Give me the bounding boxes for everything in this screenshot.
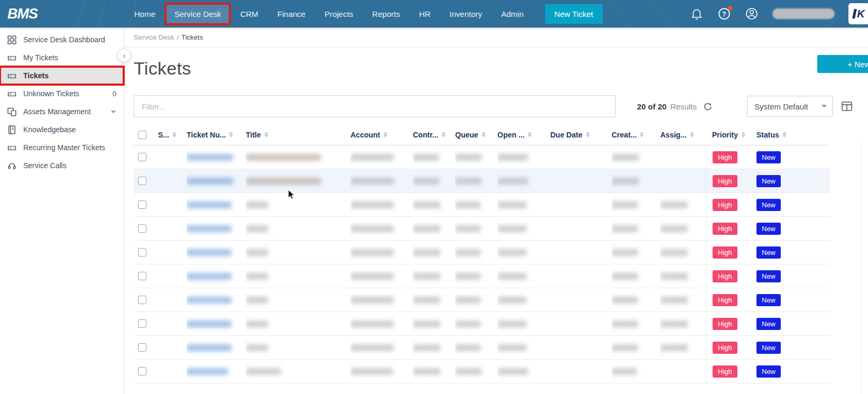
new-record-button[interactable]: + New: [817, 55, 868, 73]
title-cell: [246, 288, 350, 311]
sidebar-item-tickets[interactable]: Tickets: [0, 67, 124, 85]
sidebar-item-service-desk-dashboard[interactable]: Service Desk Dashboard: [0, 31, 124, 49]
row-checkbox[interactable]: [138, 367, 146, 375]
column-header-duedate[interactable]: Due Date: [550, 131, 612, 139]
queue-cell: [455, 193, 497, 216]
ticket-number-link[interactable]: [187, 241, 246, 264]
priority-cell: High: [706, 288, 753, 311]
assignee-cell: [660, 312, 706, 335]
ticket-number-link[interactable]: [187, 217, 246, 240]
ticket-number-link[interactable]: [187, 264, 246, 288]
row-checkbox-cell: [134, 145, 158, 169]
row-checkbox-cell: [134, 193, 158, 216]
status-cell: New: [753, 169, 802, 193]
row-filler: [802, 145, 830, 169]
row-checkbox[interactable]: [138, 319, 146, 328]
assignee-cell: [660, 193, 706, 216]
column-header-ticketnu[interactable]: Ticket Nu...: [187, 131, 246, 139]
nav-item-projects[interactable]: Projects: [317, 5, 361, 23]
username-redacted[interactable]: [772, 8, 835, 19]
column-header-contr[interactable]: Contr...: [413, 131, 455, 139]
redacted-text: [246, 368, 281, 375]
ticket-number-link[interactable]: [187, 360, 246, 383]
column-header-creat[interactable]: Creat...: [612, 131, 660, 139]
ticket-number-link[interactable]: [187, 145, 246, 169]
assignee-cell: [660, 241, 706, 264]
redacted-text: [413, 249, 440, 256]
contract-cell: [413, 360, 455, 383]
column-header-s[interactable]: S...: [158, 131, 187, 139]
redacted-text: [350, 178, 394, 185]
nav-item-inventory[interactable]: Inventory: [441, 5, 490, 23]
sidebar-item-label: Service Calls: [23, 161, 67, 170]
notifications-bell-icon[interactable]: [690, 7, 704, 21]
toolbar: 20 of 20 Results System Default: [134, 95, 868, 117]
view-selector-dropdown[interactable]: System Default: [747, 96, 833, 117]
breadcrumb: Service Desk / Tickets: [124, 28, 868, 48]
sidebar-item-unknown-tickets[interactable]: Unknown Tickets0: [0, 85, 124, 103]
sort-icon: [690, 132, 694, 138]
nav-item-home[interactable]: Home: [126, 5, 163, 23]
ticket-number-link[interactable]: [187, 193, 246, 216]
row-checkbox[interactable]: [138, 153, 146, 161]
row-checkbox[interactable]: [138, 296, 146, 304]
sort-icon: [741, 132, 745, 138]
breadcrumb-parent-link[interactable]: Service Desk: [134, 33, 174, 41]
status-badge: New: [756, 246, 781, 259]
sidebar-item-recurring-master-tickets[interactable]: Recurring Master Tickets: [0, 139, 124, 157]
refresh-icon[interactable]: [703, 102, 713, 111]
bms-logo: BMS: [0, 6, 125, 22]
filter-input[interactable]: [134, 95, 616, 117]
row-checkbox[interactable]: [138, 343, 146, 352]
redacted-text: [350, 297, 394, 304]
redacted-text: [455, 154, 482, 161]
sidebar-item-knowledgebase[interactable]: Knowledgebase: [0, 121, 124, 139]
sidebar-item-my-tickets[interactable]: My Tickets: [0, 49, 124, 67]
profile-avatar-icon[interactable]: [745, 7, 759, 21]
redacted-text: [612, 273, 638, 280]
column-label: Priority: [712, 131, 738, 139]
due-date-cell: [550, 336, 612, 359]
header-checkbox-cell: [134, 131, 158, 139]
column-header-status[interactable]: Status: [753, 131, 802, 139]
nav-item-hr[interactable]: HR: [411, 5, 439, 23]
ticket-row: HighNew: [134, 193, 830, 217]
row-checkbox[interactable]: [138, 177, 146, 185]
column-header-priority[interactable]: Priority: [706, 131, 753, 139]
ticket-number-link[interactable]: [187, 288, 246, 311]
column-header-account[interactable]: Account: [350, 131, 413, 139]
sidebar-item-service-calls[interactable]: Service Calls: [0, 157, 124, 175]
select-all-checkbox[interactable]: [138, 131, 146, 139]
kaseya-logo: K: [848, 3, 868, 24]
help-icon[interactable]: ?: [717, 7, 731, 21]
column-settings-icon[interactable]: [841, 100, 853, 113]
priority-cell: High: [706, 169, 753, 193]
nav-item-admin[interactable]: Admin: [493, 5, 532, 23]
row-checkbox[interactable]: [138, 248, 146, 256]
ticket-number-link[interactable]: [187, 312, 246, 335]
ticket-row: HighNew: [134, 169, 830, 193]
ticket-number-link[interactable]: [187, 336, 246, 359]
queue-cell: [455, 145, 497, 169]
sidebar-collapse-button[interactable]: ‹: [117, 49, 131, 62]
column-header-assig[interactable]: Assig...: [660, 131, 706, 139]
nav-item-reports[interactable]: Reports: [364, 5, 408, 23]
open-date-cell: [497, 288, 550, 311]
new-ticket-button[interactable]: New Ticket: [545, 4, 603, 24]
sidebar-item-assets-management[interactable]: Assets Management: [0, 103, 124, 121]
sort-icon: [383, 132, 387, 138]
row-checkbox[interactable]: [138, 200, 146, 209]
nav-item-finance[interactable]: Finance: [270, 5, 313, 23]
column-header-title[interactable]: Title: [246, 131, 350, 139]
column-header-queue[interactable]: Queue: [455, 131, 497, 139]
title-cell: [246, 336, 350, 359]
nav-item-service-desk[interactable]: Service Desk: [167, 5, 229, 23]
redacted-text: [497, 178, 528, 185]
ticket-number-link[interactable]: [187, 169, 246, 193]
row-checkbox[interactable]: [138, 224, 146, 233]
column-header-open[interactable]: Open ...: [497, 131, 550, 139]
row-checkbox[interactable]: [138, 272, 146, 280]
contract-cell: [413, 145, 455, 169]
nav-item-crm[interactable]: CRM: [232, 5, 266, 23]
redacted-text: [246, 225, 268, 232]
